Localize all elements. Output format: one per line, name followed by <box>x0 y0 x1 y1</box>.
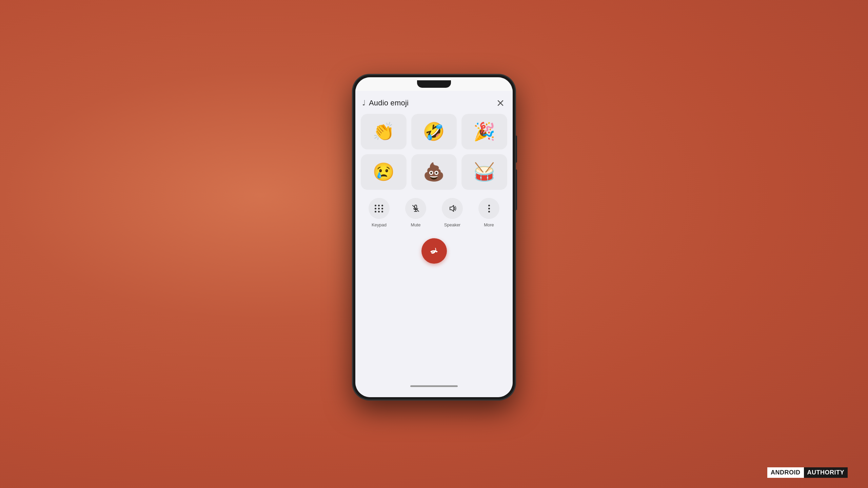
watermark: ANDROID AUTHORITY <box>767 467 848 478</box>
watermark-authority: AUTHORITY <box>804 467 848 478</box>
keypad-button[interactable]: Keypad <box>362 197 396 229</box>
home-bar <box>410 385 458 387</box>
phone-mockup: ♩ Audio emoji 👏 🤣 🎉 😢 <box>353 75 515 400</box>
audio-emoji-panel: ♩ Audio emoji 👏 🤣 🎉 😢 <box>355 91 513 397</box>
mute-button[interactable]: Mute <box>399 197 433 229</box>
notch <box>417 80 451 88</box>
keypad-label: Keypad <box>372 222 387 227</box>
panel-title-area: ♩ Audio emoji <box>362 99 409 107</box>
speaker-button[interactable]: Speaker <box>435 197 469 229</box>
watermark-android: ANDROID <box>767 467 804 478</box>
keypad-icon <box>375 205 383 212</box>
screen-top <box>355 77 513 91</box>
speaker-label: Speaker <box>444 222 460 227</box>
mute-icon <box>411 204 420 213</box>
mute-icon-bg <box>405 198 426 219</box>
emoji-poop[interactable]: 💩 <box>411 154 457 190</box>
panel-header: ♩ Audio emoji <box>361 91 507 114</box>
emoji-laughing[interactable]: 🤣 <box>411 114 457 149</box>
more-label: More <box>484 222 494 227</box>
mute-label: Mute <box>411 222 421 227</box>
music-note-icon: ♩ <box>362 99 366 107</box>
panel-title: Audio emoji <box>369 99 409 107</box>
phone-screen: ♩ Audio emoji 👏 🤣 🎉 😢 <box>355 77 513 397</box>
phone-device: ♩ Audio emoji 👏 🤣 🎉 😢 <box>353 75 515 400</box>
speaker-icon <box>448 204 457 213</box>
end-call-icon <box>428 245 440 257</box>
call-controls: Keypad <box>361 197 507 229</box>
keypad-icon-bg <box>369 198 390 219</box>
more-icon-bg <box>478 198 499 219</box>
more-button[interactable]: More <box>472 197 506 229</box>
emoji-grid: 👏 🤣 🎉 😢 💩 🥁 <box>361 114 507 190</box>
emoji-sad[interactable]: 😢 <box>361 154 407 190</box>
end-call-button[interactable] <box>421 238 447 264</box>
emoji-drum[interactable]: 🥁 <box>461 154 507 190</box>
speaker-icon-bg <box>442 198 463 219</box>
close-icon <box>497 100 504 106</box>
svg-marker-6 <box>450 205 454 211</box>
close-button[interactable] <box>495 98 506 108</box>
emoji-party[interactable]: 🎉 <box>461 114 507 149</box>
end-call-area <box>361 238 507 264</box>
emoji-clapping[interactable]: 👏 <box>361 114 407 149</box>
home-indicator <box>361 385 507 390</box>
more-icon <box>488 205 490 212</box>
